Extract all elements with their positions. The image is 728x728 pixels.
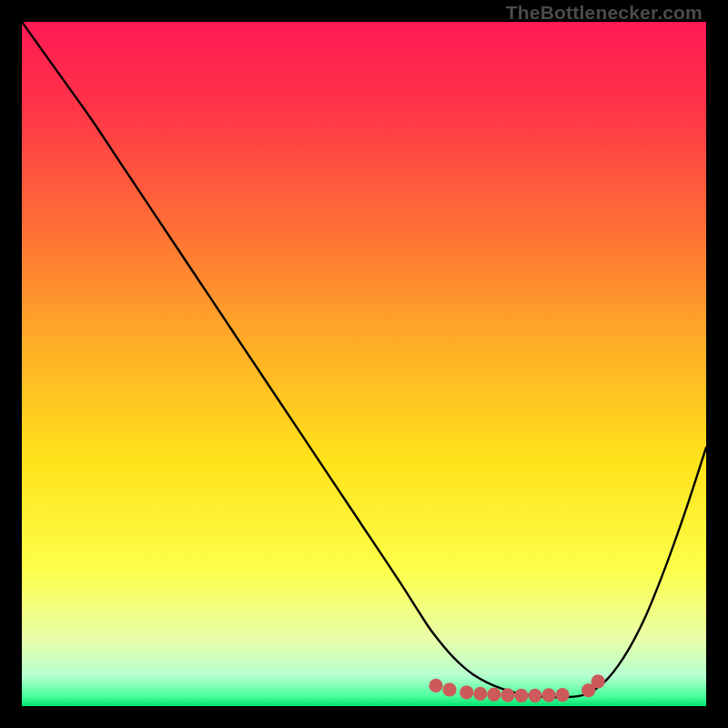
watermark-text: TheBottlenecker.com [506, 2, 703, 24]
bottleneck-chart [22, 22, 706, 706]
highlight-dot [460, 685, 473, 699]
highlight-dot [473, 687, 487, 701]
gradient-background [22, 22, 706, 706]
highlight-dot [528, 689, 541, 703]
highlight-dot [500, 688, 514, 702]
highlight-dot [592, 674, 605, 688]
chart-frame [22, 22, 706, 706]
highlight-dot [541, 688, 555, 702]
highlight-dot [555, 688, 569, 702]
highlight-dot [514, 689, 528, 703]
highlight-dot [429, 679, 442, 693]
highlight-dot [487, 688, 500, 702]
highlight-dot [442, 682, 456, 696]
